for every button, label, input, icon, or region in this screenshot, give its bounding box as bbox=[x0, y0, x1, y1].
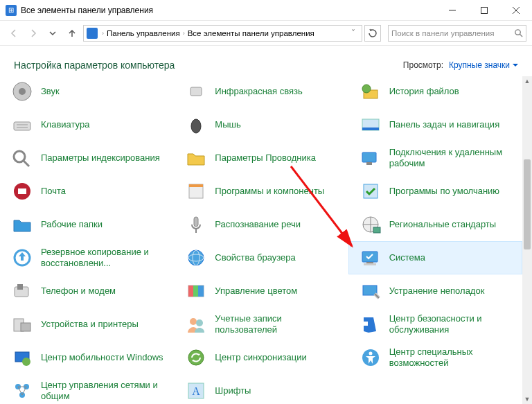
chevron-right-icon[interactable]: › bbox=[183, 30, 185, 37]
security-icon bbox=[359, 313, 382, 336]
control-panel-item[interactable]: Центр синхронизации bbox=[174, 341, 348, 374]
page-title: Настройка параметров компьютера bbox=[14, 60, 175, 71]
history-icon bbox=[359, 80, 382, 103]
control-panel-item[interactable]: Центр мобильности Windows bbox=[0, 341, 174, 374]
search-icon bbox=[514, 28, 523, 37]
recent-locations-button[interactable] bbox=[44, 25, 61, 42]
control-panel-item[interactable]: Распознавание речи bbox=[174, 208, 348, 241]
view-select[interactable]: Крупные значки bbox=[449, 60, 518, 70]
sync-icon bbox=[184, 346, 208, 369]
item-label: Программы и компоненты bbox=[215, 186, 324, 197]
breadcrumb[interactable]: › Панель управления › Все элементы панел… bbox=[83, 25, 362, 42]
refresh-button[interactable] bbox=[364, 25, 381, 42]
items-grid: ЗвукИнфракрасная связьИстория файловКлав… bbox=[0, 76, 522, 404]
control-panel-item[interactable]: Устранение неполадок bbox=[348, 274, 522, 308]
control-panel-item[interactable]: Учетные записи пользователей bbox=[174, 308, 348, 341]
control-panel-item[interactable]: Система bbox=[348, 241, 522, 274]
control-panel-icon bbox=[87, 28, 98, 39]
item-label: Инфракрасная связь bbox=[215, 86, 302, 97]
item-label: Почта bbox=[41, 186, 66, 197]
scroll-up-button[interactable]: ▲ bbox=[522, 76, 532, 86]
item-label: Центр специальных возможностей bbox=[389, 346, 517, 369]
control-panel-item[interactable]: Устройства и принтеры bbox=[0, 308, 174, 341]
control-panel-item[interactable]: Программы и компоненты bbox=[174, 175, 348, 208]
control-panel-item[interactable]: Региональные стандарты bbox=[348, 208, 522, 241]
item-label: Региональные стандарты bbox=[389, 219, 496, 230]
control-panel-item[interactable]: Параметры Проводника bbox=[174, 141, 348, 175]
users-icon bbox=[184, 313, 208, 336]
scroll-down-button[interactable]: ▼ bbox=[522, 394, 532, 404]
item-label: Клавиатура bbox=[41, 119, 89, 130]
control-panel-item[interactable]: Звук bbox=[0, 76, 174, 108]
backup-icon bbox=[10, 246, 34, 270]
phone-icon bbox=[10, 279, 34, 303]
breadcrumb-segment[interactable]: Все элементы панели управления bbox=[188, 29, 314, 37]
header-row: Настройка параметров компьютера Просмотр… bbox=[0, 46, 532, 80]
view-select-value: Крупные значки bbox=[449, 60, 510, 70]
control-panel-item[interactable]: Инфракрасная связь bbox=[174, 76, 348, 108]
region-icon bbox=[359, 213, 382, 236]
control-panel-item[interactable]: Шрифты bbox=[174, 374, 348, 404]
control-panel-item[interactable]: Рабочие папки bbox=[0, 208, 174, 241]
minimize-button[interactable] bbox=[436, 0, 468, 21]
item-label: Распознавание речи bbox=[215, 219, 301, 230]
item-label: Звук bbox=[41, 86, 60, 97]
control-panel-item[interactable]: Почта bbox=[0, 175, 174, 208]
control-panel-item[interactable]: Мышь bbox=[174, 108, 348, 141]
control-panel-item[interactable]: Резервное копирование и восстановлени... bbox=[0, 241, 174, 274]
back-button[interactable] bbox=[6, 25, 22, 42]
items-viewport: ЗвукИнфракрасная связьИстория файловКлав… bbox=[0, 76, 522, 404]
control-panel-item[interactable]: Центр безопасности и обслуживания bbox=[348, 308, 522, 341]
control-panel-item[interactable]: Управление цветом bbox=[174, 274, 348, 308]
vertical-scrollbar[interactable]: ▲ ▼ bbox=[522, 76, 532, 404]
control-panel-item[interactable]: Телефон и модем bbox=[0, 274, 174, 308]
control-panel-item[interactable]: История файлов bbox=[348, 76, 522, 108]
control-panel-item[interactable]: Подключения к удаленным рабочим bbox=[348, 141, 522, 175]
breadcrumb-dropdown-button[interactable]: ˅ bbox=[348, 28, 359, 38]
control-panel-item[interactable]: Центр управления сетями и общим bbox=[0, 374, 174, 404]
control-panel-item[interactable]: Центр специальных возможностей bbox=[348, 341, 522, 374]
up-button[interactable] bbox=[64, 25, 80, 42]
window-title: Все элементы панели управления bbox=[21, 6, 153, 15]
item-label: Подключения к удаленным рабочим bbox=[389, 147, 517, 170]
item-label: Параметры Проводника bbox=[215, 152, 316, 164]
item-label: Резервное копирование и восстановлени... bbox=[41, 247, 169, 270]
view-label: Просмотр: bbox=[403, 60, 443, 70]
network-icon bbox=[10, 379, 34, 403]
ease-icon bbox=[359, 346, 382, 369]
mouse-icon bbox=[184, 113, 208, 137]
control-panel-item[interactable]: Панель задач и навигация bbox=[348, 108, 522, 141]
address-bar: › Панель управления › Все элементы панел… bbox=[0, 21, 532, 46]
workfolders-icon bbox=[10, 213, 34, 236]
system-icon bbox=[359, 246, 382, 270]
control-panel-item[interactable]: Свойства браузера bbox=[174, 241, 348, 274]
item-label: Учетные записи пользователей bbox=[215, 313, 343, 336]
item-label: Система bbox=[389, 252, 425, 263]
folder-icon bbox=[184, 146, 208, 170]
item-label: Мышь bbox=[215, 119, 240, 130]
devices-icon bbox=[10, 313, 34, 336]
maximize-button[interactable] bbox=[468, 0, 500, 21]
svg-point-5 bbox=[515, 30, 520, 35]
control-panel-item[interactable]: Клавиатура bbox=[0, 108, 174, 141]
breadcrumb-segment[interactable]: Панель управления bbox=[107, 29, 180, 37]
item-label: Рабочие папки bbox=[41, 219, 103, 230]
forward-button[interactable] bbox=[25, 25, 42, 42]
search-input[interactable]: Поиск в панели управления bbox=[388, 25, 526, 42]
close-button[interactable] bbox=[500, 0, 532, 21]
chevron-right-icon[interactable]: › bbox=[102, 30, 104, 37]
item-label: Телефон и модем bbox=[41, 286, 116, 297]
speaker-icon bbox=[10, 80, 34, 103]
item-label: Центр мобильности Windows bbox=[41, 352, 163, 363]
scrollbar-thumb[interactable] bbox=[524, 159, 531, 249]
control-panel-item[interactable]: Программы по умолчанию bbox=[348, 175, 522, 208]
speech-icon bbox=[184, 213, 208, 236]
item-label: Устранение неполадок bbox=[389, 286, 485, 297]
defaults-icon bbox=[359, 179, 382, 203]
item-label: Панель задач и навигация bbox=[389, 119, 500, 130]
item-label: Управление цветом bbox=[215, 286, 297, 297]
control-panel-item[interactable]: Параметры индексирования bbox=[0, 141, 174, 175]
taskbar-icon bbox=[359, 113, 382, 137]
item-label: Центр безопасности и обслуживания bbox=[389, 313, 517, 336]
item-label: Параметры индексирования bbox=[41, 152, 160, 164]
